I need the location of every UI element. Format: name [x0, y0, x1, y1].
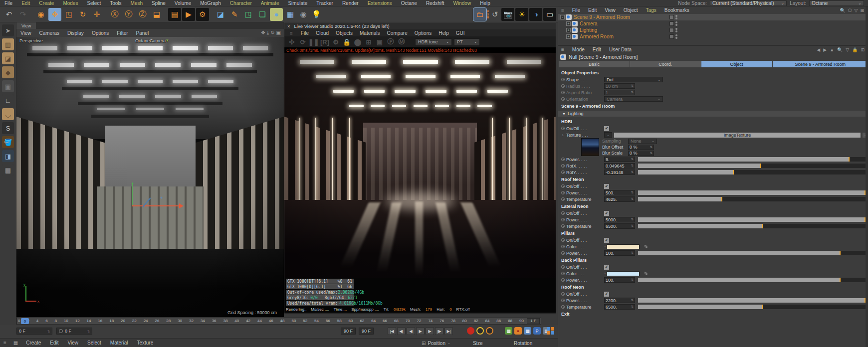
animation-dot-icon[interactable]: [560, 171, 565, 174]
animation-dot-icon[interactable]: [560, 218, 565, 222]
spinner-arrows-icon[interactable]: ⇅: [631, 252, 634, 254]
snap-tool-icon[interactable]: S: [2, 122, 14, 134]
move-gizmo[interactable]: [132, 205, 135, 208]
om-menu-object[interactable]: Object: [620, 7, 642, 13]
animation-dot-icon[interactable]: [560, 265, 565, 269]
menu-item-volume[interactable]: Volume: [170, 0, 196, 6]
om-menu-bookmarks[interactable]: Bookmarks: [660, 7, 693, 13]
projection-label[interactable]: Perspective: [19, 38, 43, 43]
add-light-icon[interactable]: 💡: [310, 8, 323, 21]
slider-track[interactable]: [638, 164, 866, 168]
value-spinner[interactable]: 0 %⇅: [628, 151, 654, 156]
goto-frame-field[interactable]: 0 F⇅: [56, 328, 92, 335]
checkbox[interactable]: ✓: [604, 238, 609, 243]
play-button[interactable]: ▶: [416, 327, 425, 335]
object-tree-item[interactable]: -Scene 9 - Armored Room: [558, 14, 868, 20]
keyframe-selection-button[interactable]: [486, 327, 493, 335]
lv-menu-help[interactable]: Help: [435, 30, 452, 36]
object-tree-item[interactable]: +Armored Room: [558, 33, 868, 40]
value-spinner[interactable]: 5000.⇅: [604, 217, 635, 222]
render-settings-icon[interactable]: ⚙: [331, 37, 340, 46]
value-spinner[interactable]: 0.049645⇅: [604, 163, 635, 169]
layer-swatch[interactable]: [669, 15, 674, 19]
value-spinner[interactable]: 6500.⇅: [604, 223, 635, 229]
attribute-tab-object[interactable]: Object: [701, 61, 772, 67]
timeline-ruler[interactable]: 0 02468101214161820222426283032343638404…: [16, 317, 541, 325]
lock-y-axis-icon[interactable]: Ⓨ: [122, 8, 135, 21]
hamburger-icon[interactable]: ≡: [558, 47, 567, 52]
color-expander-icon[interactable]: ›: [604, 244, 606, 249]
value-spinner[interactable]: 100.⇅: [604, 277, 635, 283]
prev-key-button[interactable]: ◀|: [397, 327, 406, 335]
tree-expander-icon[interactable]: -: [560, 15, 565, 19]
attribute-tab-scene-9-armored-room[interactable]: Scene 9 - Armored Room: [773, 61, 868, 67]
slider-track[interactable]: [638, 298, 866, 303]
search-icon[interactable]: 🔍: [840, 8, 845, 13]
octane-psr-reset-icon[interactable]: PSR: [487, 10, 489, 19]
expand-arrow-icon[interactable]: ›: [560, 133, 565, 137]
spinner-arrows-icon[interactable]: ⇅: [631, 279, 634, 281]
object-toggles[interactable]: [669, 15, 677, 19]
animation-dot-icon[interactable]: [560, 305, 565, 309]
pen-tool-icon[interactable]: ➤: [2, 24, 14, 36]
viewport-canvas[interactable]: + + x y Perspective OctaneCamera ▾ Grid …: [16, 37, 284, 317]
animation-dot-icon[interactable]: [560, 245, 565, 249]
pan-view-icon[interactable]: ✥: [261, 30, 265, 36]
om-menu-file[interactable]: File: [568, 7, 584, 13]
layout-select[interactable]: Octane ⌄: [809, 0, 864, 6]
checkbox[interactable]: ✓: [604, 126, 609, 131]
lv-menu-gui[interactable]: GUI: [452, 30, 468, 36]
animation-dot-icon[interactable]: [560, 251, 565, 255]
dynamics-button[interactable]: ●: [514, 327, 522, 335]
hamburger-icon[interactable]: ≡: [286, 30, 296, 36]
camera-label[interactable]: OctaneCamera: [135, 38, 166, 43]
lv-menu-objects[interactable]: Objects: [332, 30, 356, 36]
menu-item-mesh[interactable]: Mesh: [126, 0, 147, 6]
octane-folder-icon[interactable]: 🗀: [473, 8, 486, 21]
axis-tool-icon[interactable]: ∟: [2, 94, 14, 106]
animation-dot-icon[interactable]: [560, 224, 565, 228]
lock-icon[interactable]: 🔒: [852, 47, 858, 52]
range-end-box[interactable]: 90 F: [359, 328, 374, 335]
kernel-select[interactable]: PT⌄: [454, 38, 480, 46]
restart-render-icon[interactable]: ⟳: [298, 37, 307, 46]
octane-daylight-icon[interactable]: ◑: [529, 8, 542, 21]
prev-frame-button[interactable]: ◀: [407, 327, 415, 335]
animation-dot-icon[interactable]: [560, 272, 565, 276]
forward-icon[interactable]: ▶: [823, 47, 827, 52]
add-deformer-icon[interactable]: ❏: [256, 8, 269, 21]
texture-button[interactable]: ImageTexture: [614, 133, 861, 138]
next-key-button[interactable]: |▶: [435, 327, 443, 335]
menu-item-select[interactable]: Select: [82, 0, 105, 6]
render-canvas[interactable]: [284, 53, 556, 278]
move-tool-icon[interactable]: ✥: [48, 8, 61, 21]
slider-tick[interactable]: [762, 305, 763, 309]
bottom-menu-texture[interactable]: Texture: [132, 340, 158, 346]
grid-button[interactable]: ▦: [524, 327, 531, 335]
layer-swatch[interactable]: [669, 34, 674, 39]
texture-tool-icon[interactable]: ◨: [2, 150, 14, 162]
layer-swatch[interactable]: [669, 28, 674, 32]
lighting-fold-bar[interactable]: ▼Lighting: [558, 111, 868, 117]
viewport-menu-options[interactable]: Options: [88, 30, 113, 36]
undo-icon[interactable]: ↶: [2, 8, 15, 21]
value-spinner[interactable]: 0 %⇅: [628, 145, 654, 150]
color-swatch[interactable]: [607, 244, 640, 249]
uv-tool-icon[interactable]: ▦: [2, 164, 14, 176]
dropdown-select[interactable]: ⌄: [604, 132, 612, 138]
slider-tick[interactable]: [721, 197, 722, 201]
filter-icon[interactable]: ▽: [855, 8, 858, 13]
slider-track[interactable]: [638, 170, 866, 174]
object-toggles[interactable]: [669, 34, 677, 39]
modeling-tool-1-icon[interactable]: ▥: [2, 38, 14, 50]
octane-sun-icon[interactable]: ☀: [515, 8, 528, 21]
slider-track[interactable]: [638, 190, 866, 195]
object-toggles[interactable]: [669, 28, 677, 32]
attribute-tab-basic[interactable]: Basic: [559, 61, 630, 67]
dropdown-select[interactable]: Dot⌄: [604, 77, 663, 82]
am-menu-user-data[interactable]: User Data: [605, 47, 636, 52]
close-icon[interactable]: ×: [287, 23, 290, 29]
slider-track[interactable]: [638, 278, 866, 282]
goto-end-button[interactable]: ▶|: [444, 327, 453, 335]
am-menu-edit[interactable]: Edit: [589, 47, 605, 52]
